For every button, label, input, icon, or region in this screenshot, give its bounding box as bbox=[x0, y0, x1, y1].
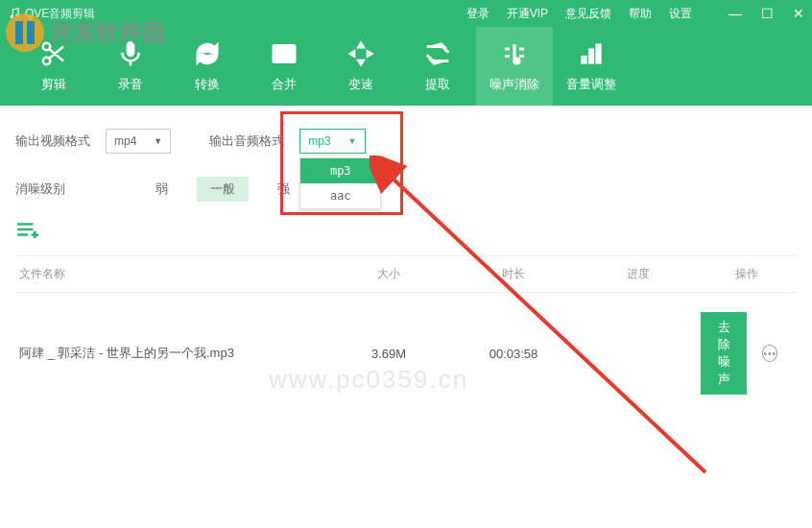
video-format-label: 输出视频格式 bbox=[15, 132, 90, 150]
denoise-normal[interactable]: 一般 bbox=[197, 177, 249, 202]
tab-record[interactable]: 录音 bbox=[92, 27, 169, 106]
file-duration: 00:03:58 bbox=[451, 347, 576, 361]
svg-rect-6 bbox=[582, 57, 586, 64]
tab-extract[interactable]: 提取 bbox=[399, 27, 476, 106]
svg-rect-8 bbox=[596, 44, 601, 63]
audio-format-label: 输出音频格式 bbox=[209, 132, 284, 150]
svg-rect-2 bbox=[127, 42, 134, 57]
video-format-select[interactable]: mp4▼ bbox=[106, 129, 171, 154]
tab-speed[interactable]: 变速 bbox=[322, 27, 399, 106]
more-icon[interactable]: ••• bbox=[762, 345, 777, 362]
app-title: QVE音频剪辑 bbox=[8, 6, 95, 22]
add-file-button[interactable] bbox=[15, 219, 797, 240]
svg-rect-4 bbox=[277, 49, 283, 59]
denoise-level-label: 消噪级别 bbox=[15, 180, 65, 198]
audio-format-dropdown: mp3 aac bbox=[299, 157, 381, 209]
chevron-down-icon: ▼ bbox=[348, 136, 357, 146]
audio-format-select[interactable]: mp3▼ bbox=[299, 129, 365, 154]
feedback-link[interactable]: 意见反馈 bbox=[565, 6, 611, 22]
tab-convert[interactable]: 转换 bbox=[169, 27, 246, 106]
denoise-weak[interactable]: 弱 bbox=[142, 177, 181, 202]
settings-link[interactable]: 设置 bbox=[669, 6, 692, 22]
file-name: 阿肆 _ 郭采洁 - 世界上的另一个我.mp3 bbox=[19, 345, 326, 362]
tab-trim[interactable]: 剪辑 bbox=[15, 27, 92, 106]
tab-merge[interactable]: 合并 bbox=[246, 27, 322, 106]
file-size: 3.69M bbox=[326, 347, 451, 361]
svg-rect-7 bbox=[589, 49, 594, 63]
svg-point-5 bbox=[514, 59, 519, 63]
svg-point-1 bbox=[16, 14, 18, 16]
help-link[interactable]: 帮助 bbox=[629, 6, 652, 22]
dropdown-option-aac[interactable]: aac bbox=[300, 183, 380, 208]
tab-denoise[interactable]: 噪声消除 bbox=[476, 27, 553, 106]
denoise-action-button[interactable]: 去除噪声 bbox=[701, 312, 747, 395]
maximize-button[interactable]: ☐ bbox=[761, 7, 774, 20]
svg-point-0 bbox=[11, 15, 12, 17]
login-link[interactable]: 登录 bbox=[466, 6, 490, 22]
tab-volume[interactable]: 音量调整 bbox=[553, 27, 630, 106]
table-row: 阿肆 _ 郭采洁 - 世界上的另一个我.mp3 3.69M 00:03:58 去… bbox=[15, 293, 797, 414]
denoise-strong[interactable]: 强 bbox=[264, 177, 303, 202]
table-header: 文件名称 大小 时长 进度 操作 bbox=[15, 255, 797, 293]
chevron-down-icon: ▼ bbox=[154, 136, 162, 146]
close-button[interactable]: ✕ bbox=[793, 7, 804, 20]
minimize-button[interactable]: — bbox=[728, 7, 742, 20]
dropdown-option-mp3[interactable]: mp3 bbox=[300, 158, 380, 183]
vip-link[interactable]: 开通VIP bbox=[507, 6, 548, 22]
